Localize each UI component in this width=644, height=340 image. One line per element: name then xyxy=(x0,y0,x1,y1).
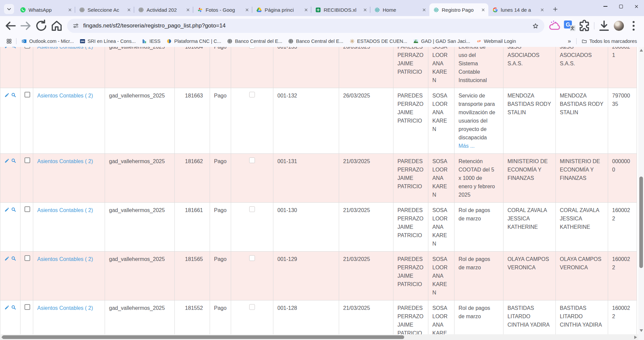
site-settings-icon[interactable] xyxy=(72,22,79,29)
asientos-contables-link[interactable]: Asientos Contables ( 2) xyxy=(37,256,93,262)
window-close-button[interactable] xyxy=(629,0,644,13)
tab-close-icon[interactable] xyxy=(539,7,545,13)
edit-pencil-icon[interactable] xyxy=(4,47,10,51)
bookmark-item[interactable]: Plataforma CNC | C... xyxy=(163,38,224,45)
menu-kebab-icon[interactable] xyxy=(627,19,641,33)
tab-close-icon[interactable] xyxy=(421,7,427,13)
tab-title: Fotos - Goog xyxy=(206,7,241,13)
browser-tab[interactable]: lunes 14 de a xyxy=(488,3,547,16)
browser-tab[interactable]: Actividad 202 xyxy=(134,3,193,16)
mas-link[interactable]: Más ... xyxy=(459,143,475,149)
bookmark-item[interactable]: Banco Central del E... xyxy=(224,38,285,45)
translate-extension-icon[interactable]: G xyxy=(562,19,577,33)
edit-pencil-icon[interactable] xyxy=(4,91,10,100)
apps-grid-icon[interactable] xyxy=(6,38,12,44)
bookmark-favicon xyxy=(142,39,147,44)
flag-checkbox[interactable] xyxy=(249,255,255,261)
edit-pencil-icon[interactable] xyxy=(4,255,10,263)
tab-close-icon[interactable] xyxy=(67,7,73,13)
horizontal-scrollbar-thumb[interactable] xyxy=(2,335,404,339)
scroll-right-arrow-icon[interactable] xyxy=(634,336,637,339)
row-actions-cell xyxy=(0,203,20,252)
all-bookmarks-button[interactable]: Todos los marcadores xyxy=(579,38,640,45)
row-checkbox[interactable] xyxy=(24,206,30,212)
row-checkbox[interactable] xyxy=(24,255,30,261)
empresa-cell: gad_vallehermos_2025 xyxy=(105,47,175,88)
scroll-down-arrow-icon[interactable] xyxy=(640,329,643,332)
window-minimize-button[interactable] xyxy=(598,0,613,13)
asientos-contables-link[interactable]: Asientos Contables ( 2) xyxy=(37,93,93,98)
flag-checkbox[interactable] xyxy=(249,47,255,49)
flag-checkbox[interactable] xyxy=(249,206,255,212)
bookmark-label: Banco Central del E... xyxy=(235,39,282,44)
tab-favicon xyxy=(374,7,380,13)
tab-search-chevron-icon[interactable] xyxy=(4,4,14,14)
bookmark-item[interactable]: IESS xyxy=(139,38,163,45)
flag-checkbox[interactable] xyxy=(249,157,255,163)
browser-tab[interactable]: WhatsApp xyxy=(16,3,75,16)
extensions-puzzle-icon[interactable] xyxy=(577,19,591,33)
flag-checkbox[interactable] xyxy=(249,92,255,97)
asientos-contables-link[interactable]: Asientos Contables ( 2) xyxy=(37,47,93,50)
window-maximize-button[interactable] xyxy=(613,0,629,13)
address-bar[interactable]: fingads.net/sf2/tesoreria/registro_pago_… xyxy=(67,19,544,33)
empresa-cell: gad_vallehermos_2025 xyxy=(105,154,175,203)
downloads-button[interactable] xyxy=(597,19,611,33)
new-tab-button[interactable] xyxy=(550,4,560,14)
vertical-scrollbar-thumb[interactable] xyxy=(639,177,643,268)
view-magnifier-icon[interactable] xyxy=(11,47,16,51)
asientos-contables-link[interactable]: Asientos Contables ( 2) xyxy=(37,207,93,213)
back-button[interactable] xyxy=(3,19,17,33)
descripcion-cell: Licencia de uso del Sistema Contable Ins… xyxy=(454,47,503,88)
edit-pencil-icon[interactable] xyxy=(4,206,10,214)
view-magnifier-icon[interactable] xyxy=(11,255,16,263)
tab-close-icon[interactable] xyxy=(244,7,250,13)
bookmark-item[interactable]: ESTADOS DE CUEN... xyxy=(346,38,411,45)
home-button[interactable] xyxy=(50,19,64,33)
view-magnifier-icon[interactable] xyxy=(11,304,16,312)
asientos-cell: Asientos Contables ( 2) xyxy=(33,47,105,88)
tipo-cell: Pago xyxy=(210,300,231,335)
browser-tab[interactable]: Home xyxy=(370,3,429,16)
beneficiario-cell: J&SG ASOCIADOS S.A.S. xyxy=(503,47,556,88)
asientos-contables-link[interactable]: Asientos Contables ( 2) xyxy=(37,305,93,311)
browser-tab[interactable]: RECIBIDOS.xl xyxy=(311,3,370,16)
tab-favicon xyxy=(79,7,85,13)
bookmark-item[interactable]: cP Webmail Login xyxy=(473,38,519,45)
edit-pencil-icon[interactable] xyxy=(4,304,10,312)
bookmark-item[interactable]: Banco Central del E... xyxy=(285,38,346,45)
flag-checkbox[interactable] xyxy=(249,304,255,310)
forward-button[interactable] xyxy=(19,19,33,33)
flag-cell xyxy=(231,154,273,203)
row-checkbox[interactable] xyxy=(24,304,30,310)
weather-extension-icon[interactable] xyxy=(548,19,562,33)
reload-button[interactable] xyxy=(34,19,48,33)
view-magnifier-icon[interactable] xyxy=(11,157,16,165)
tab-close-icon[interactable] xyxy=(480,7,486,13)
tab-close-icon[interactable] xyxy=(185,7,191,13)
bookmark-star-icon[interactable] xyxy=(532,22,539,29)
asientos-contables-link[interactable]: Asientos Contables ( 2) xyxy=(37,158,93,164)
scroll-up-arrow-icon[interactable] xyxy=(640,49,643,52)
bookmark-favicon xyxy=(288,39,293,44)
browser-tab[interactable]: Fotos - Goog xyxy=(193,3,252,16)
bookmark-item[interactable]: Outlook.com - Micr... xyxy=(18,38,77,45)
view-magnifier-icon[interactable] xyxy=(11,206,16,214)
bookmarks-overflow-chevron[interactable]: » xyxy=(565,38,574,45)
row-checkbox[interactable] xyxy=(24,92,30,97)
row-checkbox[interactable] xyxy=(24,47,30,49)
bookmark-item[interactable]: SRi SRI en Línea - Cons... xyxy=(77,38,139,45)
fecha-cell: 26/03/2025 xyxy=(339,47,393,88)
fecha-cell: 26/03/2025 xyxy=(339,88,393,154)
view-magnifier-icon[interactable] xyxy=(11,91,16,100)
row-checkbox[interactable] xyxy=(24,157,30,163)
edit-pencil-icon[interactable] xyxy=(4,157,10,165)
tab-close-icon[interactable] xyxy=(303,7,309,13)
browser-tab[interactable]: Registro Pago xyxy=(429,3,488,16)
browser-tab[interactable]: Seleccione Ac xyxy=(75,3,134,16)
tab-close-icon[interactable] xyxy=(362,7,368,13)
tab-close-icon[interactable] xyxy=(126,7,132,13)
profile-avatar[interactable] xyxy=(612,19,626,33)
bookmark-item[interactable]: GAD | GAD San Jaci... xyxy=(410,38,473,45)
browser-tab[interactable]: Página princi xyxy=(252,3,311,16)
